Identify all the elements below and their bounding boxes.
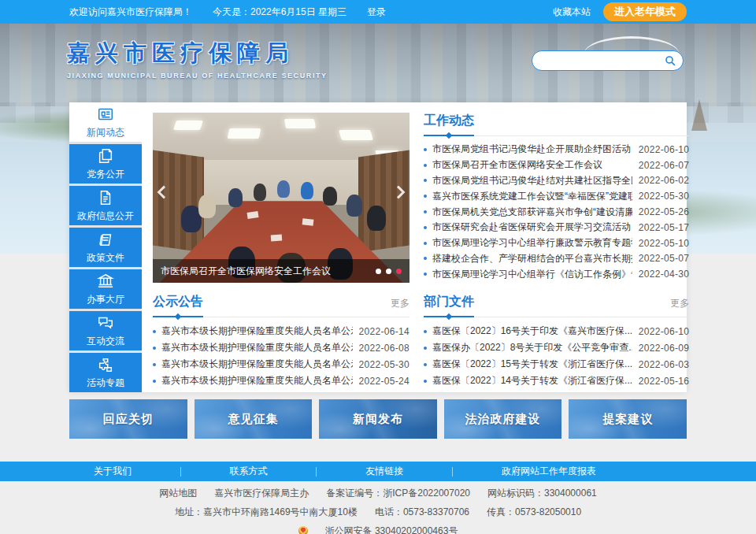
bank-icon: [97, 273, 114, 290]
sidebar-item-service-hall[interactable]: 办事大厅: [69, 269, 142, 309]
news-date: 2022-06-09: [639, 343, 689, 354]
work-news-item[interactable]: 市医保局机关党总支部获评嘉兴市争创“建设清廉机...2022-05-26: [424, 204, 689, 220]
news-link[interactable]: 市医保局理论学习中心组举行廉政警示教育专题学习...: [432, 236, 632, 250]
announcement-item[interactable]: 嘉兴市本级长期护理保险重度失能人员名单公示（2...2022-05-24: [153, 373, 410, 389]
footer-nav-link[interactable]: 联系方式: [230, 465, 268, 478]
news-link[interactable]: 市医保局召开全市医保网络安全工作会议: [432, 158, 632, 172]
sitemap-link[interactable]: 网站地图: [159, 488, 197, 499]
announcement-item[interactable]: 嘉兴市本级长期护理保险重度失能人员名单公示（2...2022-05-30: [153, 356, 410, 373]
work-news-item[interactable]: 市医保研究会赴省医保研究会开展学习交流活动2022-05-17: [424, 220, 689, 235]
news-link[interactable]: 嘉医保〔2022〕16号关于印发《嘉兴市医疗保...: [432, 324, 632, 338]
more-link[interactable]: 更多: [391, 297, 410, 317]
work-news-item[interactable]: 市医保局理论学习中心组举行廉政警示教育专题学习...2022-05-10: [424, 235, 689, 251]
sidebar-item-interaction[interactable]: 互动交流: [69, 311, 142, 350]
banner-button-5[interactable]: 提案建议: [569, 399, 687, 439]
banner-button-3[interactable]: 新闻发布: [319, 399, 437, 439]
news-link[interactable]: 市医保研究会赴省医保研究会开展学习交流活动: [432, 221, 632, 234]
welcome-text: 欢迎访问嘉兴市医疗保障局！: [69, 6, 192, 19]
news-link[interactable]: 嘉兴市本级长期护理保险重度失能人员名单公示（2...: [161, 324, 353, 338]
banner-label: 法治政府建设: [465, 412, 541, 427]
bullet-icon: [424, 347, 427, 350]
banner-button-4[interactable]: 法治政府建设: [444, 399, 562, 439]
news-link[interactable]: 嘉兴市本级长期护理保险重度失能人员名单公示（2...: [161, 358, 353, 371]
quick-link-banners: 回应关切意见征集新闻发布法治政府建设提案建议: [69, 399, 687, 439]
sidebar-item-label: 活动专题: [87, 376, 124, 390]
section-title[interactable]: 公示公告: [153, 294, 203, 317]
news-link[interactable]: 市医保局党组书记冯俊华赴结对共建社区指导全国文...: [432, 174, 632, 187]
today-date: 今天是：2022年6月15日 星期三: [213, 6, 346, 19]
bullet-icon: [424, 380, 427, 383]
footer-text: 电话：0573-83370706: [375, 506, 469, 517]
security-record-link[interactable]: 浙公网安备 33040202000463号: [325, 525, 458, 534]
news-link[interactable]: 嘉兴市本级长期护理保险重度失能人员名单公示（2...: [161, 341, 353, 354]
search-input[interactable]: [542, 53, 664, 69]
sidebar-item-special-topics[interactable]: 活动专题: [69, 353, 142, 392]
search-icon[interactable]: [664, 54, 676, 67]
work-news-item[interactable]: 搭建校企合作、产学研相结合的平台嘉兴市长期护理...2022-05-07: [424, 251, 689, 267]
more-link[interactable]: 更多: [670, 297, 689, 317]
banner-button-2[interactable]: 意见征集: [195, 399, 313, 439]
news-date: 2022-05-16: [639, 376, 689, 387]
site-search: [532, 50, 684, 71]
news-link[interactable]: 嘉兴市医保系统党建工作会议暨“幸福医保”党建联...: [432, 190, 632, 203]
carousel-caption-link[interactable]: 市医保局召开全市医保网络安全工作会议: [161, 265, 369, 278]
news-link[interactable]: 市医保局理论学习中心组举行《信访工作条例》专题...: [432, 268, 632, 281]
chat-icon: [97, 314, 114, 332]
carousel-dot[interactable]: [386, 269, 391, 274]
news-date: 2022-06-10: [639, 144, 689, 155]
carousel-photo-decoration: [284, 119, 316, 128]
carousel-dot[interactable]: [396, 269, 402, 274]
news-link[interactable]: 嘉医保〔2022〕15号关于转发《浙江省医疗保...: [432, 358, 632, 371]
banner-label: 提案建议: [602, 412, 653, 427]
news-link[interactable]: 搭建校企合作、产学研相结合的平台嘉兴市长期护理...: [432, 252, 632, 265]
sidebar-item-label: 互动交流: [87, 335, 124, 348]
footer-nav-link[interactable]: 政府网站工作年度报表: [502, 465, 596, 478]
bullet-icon: [153, 380, 156, 383]
banner-button-1[interactable]: 回应关切: [69, 399, 187, 439]
sidebar-item-label: 党务公开: [87, 168, 124, 181]
carousel-photo-decoration: [339, 130, 373, 140]
pagoda-decoration: [691, 99, 707, 131]
sidebar-item-policy-files[interactable]: 政策文件: [69, 228, 142, 267]
carousel-photo-decoration: [323, 187, 337, 206]
bullet-icon: [424, 273, 427, 276]
announcement-item[interactable]: 嘉兴市本级长期护理保险重度失能人员名单公示（2...2022-06-08: [153, 339, 410, 356]
section-title[interactable]: 部门文件: [424, 294, 474, 317]
elder-mode-button[interactable]: 进入老年模式: [603, 2, 687, 21]
work-news-item[interactable]: 市医保局党组书记冯俊华赴结对共建社区指导全国文...2022-06-02: [424, 173, 689, 189]
bullet-icon: [424, 363, 427, 366]
sidebar-item-party-affairs[interactable]: 党务公开: [69, 144, 142, 184]
work-news-item[interactable]: 市医保局党组书记冯俊华赴企开展助企纾困活动2022-06-10: [424, 142, 689, 158]
sidebar-item-news[interactable]: 新闻动态: [69, 102, 142, 142]
news-link[interactable]: 市医保局党组书记冯俊华赴企开展助企纾困活动: [432, 143, 632, 156]
carousel-dot[interactable]: [376, 269, 381, 274]
news-carousel[interactable]: 市医保局召开全市医保网络安全工作会议: [153, 113, 410, 283]
work-news-item[interactable]: 嘉兴市医保系统党建工作会议暨“幸福医保”党建联...2022-05-30: [424, 188, 689, 204]
news-link[interactable]: 市医保局机关党总支部获评嘉兴市争创“建设清廉机...: [432, 206, 632, 219]
announcement-item[interactable]: 嘉兴市本级长期护理保险重度失能人员名单公示（2...2022-06-14: [153, 323, 410, 339]
copy-files-icon: [97, 147, 114, 165]
login-link[interactable]: 登录: [367, 6, 386, 19]
footer-nav-link[interactable]: 友情链接: [365, 465, 403, 478]
work-news-item[interactable]: 市医保局召开全市医保网络安全工作会议2022-06-07: [424, 158, 689, 173]
footer-nav-link[interactable]: 关于我们: [94, 465, 132, 478]
work-news-item[interactable]: 市医保局理论学习中心组举行《信访工作条例》专题...2022-04-30: [424, 266, 689, 282]
section-announcements: 公示公告 更多 嘉兴市本级长期护理保险重度失能人员名单公示（2...2022-0…: [153, 294, 410, 389]
news-link[interactable]: 嘉医保〔2022〕14号关于转发《浙江省医疗保...: [432, 374, 632, 388]
bullet-icon: [424, 242, 427, 245]
sidebar-item-gov-info[interactable]: 政府信息公开: [69, 186, 142, 225]
footer-line-1: 网站地图嘉兴市医疗保障局主办备案证编号：浙ICP备2022007020网站标识码…: [0, 487, 756, 500]
news-link[interactable]: 嘉兴市本级长期护理保险重度失能人员名单公示（2...: [161, 374, 353, 388]
document-item[interactable]: 嘉医保〔2022〕14号关于转发《浙江省医疗保...2022-05-16: [424, 373, 689, 389]
footer-line-2: 地址：嘉兴市中环南路1469号中南大厦10楼电话：0573-83370706传真…: [0, 506, 756, 519]
document-item[interactable]: 嘉医保〔2022〕16号关于印发《嘉兴市医疗保...2022-06-10: [424, 323, 689, 339]
document-icon: [97, 189, 114, 206]
document-item[interactable]: 嘉医保〔2022〕15号关于转发《浙江省医疗保...2022-06-03: [424, 356, 689, 373]
footer-text: 网站标识码：3304000061: [487, 488, 597, 499]
document-item[interactable]: 嘉医保办〔2022〕8号关于印发《公平竞争审查...2022-06-09: [424, 339, 689, 356]
section-title[interactable]: 工作动态: [424, 113, 474, 136]
sidebar-item-label: 政府信息公开: [77, 210, 134, 223]
news-link[interactable]: 嘉医保办〔2022〕8号关于印发《公平竞争审查...: [432, 341, 632, 354]
favorite-site-link[interactable]: 收藏本站: [553, 6, 591, 19]
site-title: 嘉兴市医疗保障局: [67, 38, 328, 69]
